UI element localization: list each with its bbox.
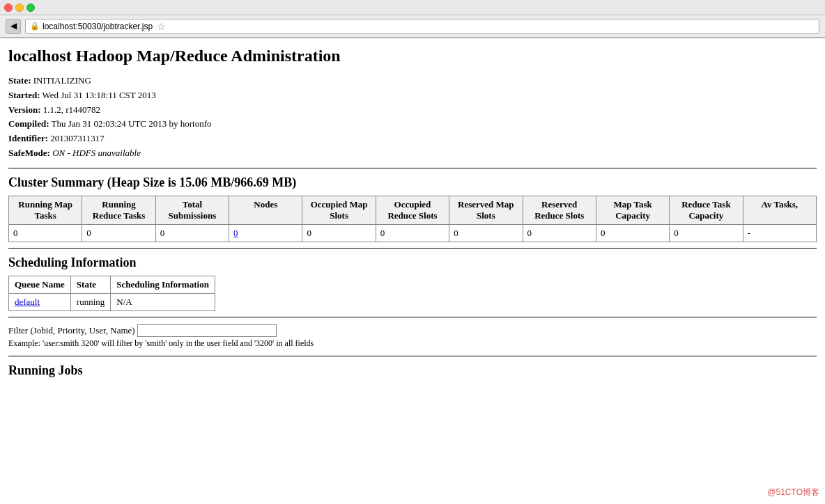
running-jobs-title: Running Jobs bbox=[8, 363, 817, 378]
scheduling-table: Queue Name State Scheduling Information … bbox=[8, 276, 215, 311]
cell-running-map: 0 bbox=[9, 224, 82, 242]
security-icon: 🔒 bbox=[30, 22, 40, 31]
col-running-map: Running Map Tasks bbox=[9, 196, 82, 224]
cell-map-capacity: 0 bbox=[596, 224, 669, 242]
compiled-row: Compiled: Thu Jan 31 02:03:24 UTC 2013 b… bbox=[8, 117, 817, 132]
page-content: localhost Hadoop Map/Reduce Administrati… bbox=[0, 38, 825, 395]
col-reduce-capacity: Reduce Task Capacity bbox=[670, 196, 743, 224]
browser-chrome: ◀ 🔒 localhost:50030/jobtracker.jsp ☆ bbox=[0, 0, 825, 38]
state-label: State: bbox=[8, 75, 31, 86]
sched-col-info: Scheduling Information bbox=[111, 276, 215, 293]
col-reserved-reduce: Reserved Reduce Slots bbox=[523, 196, 596, 224]
bookmark-icon[interactable]: ☆ bbox=[157, 21, 166, 32]
col-occupied-reduce: Occupied Reduce Slots bbox=[376, 196, 449, 224]
version-value: 1.1.2, r1440782 bbox=[43, 104, 100, 115]
filter-hint: Example: 'user:smith 3200' will filter b… bbox=[8, 338, 817, 349]
cell-reserved-reduce: 0 bbox=[523, 224, 596, 242]
queue-link[interactable]: default bbox=[15, 297, 40, 307]
started-row: Started: Wed Jul 31 13:18:11 CST 2013 bbox=[8, 88, 817, 103]
sched-header-row: Queue Name State Scheduling Information bbox=[9, 276, 215, 293]
filter-label: Filter (Jobid, Priority, User, Name) bbox=[8, 325, 135, 336]
cell-total-submissions: 0 bbox=[155, 224, 229, 242]
version-row: Version: 1.1.2, r1440782 bbox=[8, 103, 817, 118]
cell-nodes: 0 bbox=[229, 224, 302, 242]
browser-titlebar bbox=[0, 0, 825, 15]
sched-col-state: State bbox=[70, 276, 110, 293]
sched-cell-state: running bbox=[70, 293, 110, 310]
url-text: localhost:50030/jobtracker.jsp bbox=[43, 22, 153, 31]
cluster-data-row: 0 0 0 0 0 0 0 0 0 0 - bbox=[9, 224, 817, 242]
state-value: INITIALIZING bbox=[33, 75, 91, 86]
divider-2 bbox=[8, 248, 817, 249]
state-row: State: INITIALIZING bbox=[8, 74, 817, 88]
cell-occupied-reduce: 0 bbox=[376, 224, 449, 242]
cell-occupied-map: 0 bbox=[302, 224, 376, 242]
divider-1 bbox=[8, 168, 817, 168]
divider-4 bbox=[8, 356, 817, 356]
divider-3 bbox=[8, 317, 817, 317]
scheduling-title: Scheduling Information bbox=[8, 255, 817, 270]
back-button[interactable]: ◀ bbox=[6, 19, 21, 34]
cell-reserved-map: 0 bbox=[449, 224, 523, 242]
nodes-link[interactable]: 0 bbox=[233, 228, 238, 238]
col-av-tasks: Av Tasks, bbox=[743, 196, 816, 224]
safemode-label: SafeMode: bbox=[8, 148, 50, 158]
info-section: State: INITIALIZING Started: Wed Jul 31 … bbox=[8, 74, 817, 161]
sched-data-row: default running N/A bbox=[9, 293, 215, 310]
page-title: localhost Hadoop Map/Reduce Administrati… bbox=[8, 47, 817, 65]
cell-running-reduce: 0 bbox=[82, 224, 155, 242]
cluster-summary-title: Cluster Summary (Heap Size is 15.06 MB/9… bbox=[8, 175, 817, 190]
filter-section: Filter (Jobid, Priority, User, Name) Exa… bbox=[8, 324, 817, 349]
identifier-label: Identifier: bbox=[8, 133, 48, 143]
col-nodes: Nodes bbox=[229, 196, 302, 224]
col-map-capacity: Map Task Capacity bbox=[596, 196, 669, 224]
browser-toolbar: ◀ 🔒 localhost:50030/jobtracker.jsp ☆ bbox=[0, 15, 825, 38]
identifier-value: 201307311317 bbox=[50, 133, 105, 143]
filter-input[interactable] bbox=[137, 324, 277, 337]
sched-cell-info: N/A bbox=[111, 293, 215, 310]
window-close-button[interactable] bbox=[4, 3, 13, 12]
cell-reduce-capacity: 0 bbox=[670, 224, 743, 242]
version-label: Version: bbox=[8, 104, 40, 115]
sched-cell-queue: default bbox=[9, 293, 71, 310]
safemode-row: SafeMode: ON - HDFS unavailable bbox=[8, 146, 817, 161]
cluster-summary-table: Running Map Tasks Running Reduce Tasks T… bbox=[8, 196, 817, 242]
cell-av-tasks: - bbox=[743, 224, 816, 242]
col-reserved-map: Reserved Map Slots bbox=[449, 196, 523, 224]
window-minimize-button[interactable] bbox=[15, 3, 24, 12]
col-running-reduce: Running Reduce Tasks bbox=[82, 196, 155, 224]
started-value: Wed Jul 31 13:18:11 CST 2013 bbox=[43, 90, 156, 100]
identifier-row: Identifier: 201307311317 bbox=[8, 132, 817, 146]
started-label: Started: bbox=[8, 90, 40, 100]
sched-col-queue: Queue Name bbox=[9, 276, 71, 293]
col-occupied-map: Occupied Map Slots bbox=[302, 196, 376, 224]
compiled-label: Compiled: bbox=[8, 118, 49, 129]
address-bar[interactable]: 🔒 localhost:50030/jobtracker.jsp ☆ bbox=[25, 19, 819, 34]
safemode-value: ON - HDFS unavailable bbox=[52, 148, 141, 158]
cluster-table-header-row: Running Map Tasks Running Reduce Tasks T… bbox=[9, 196, 817, 224]
col-total-submissions: Total Submissions bbox=[155, 196, 229, 224]
back-icon: ◀ bbox=[10, 21, 17, 31]
compiled-value: Thu Jan 31 02:03:24 UTC 2013 by hortonfo bbox=[52, 118, 212, 129]
window-maximize-button[interactable] bbox=[26, 3, 35, 12]
